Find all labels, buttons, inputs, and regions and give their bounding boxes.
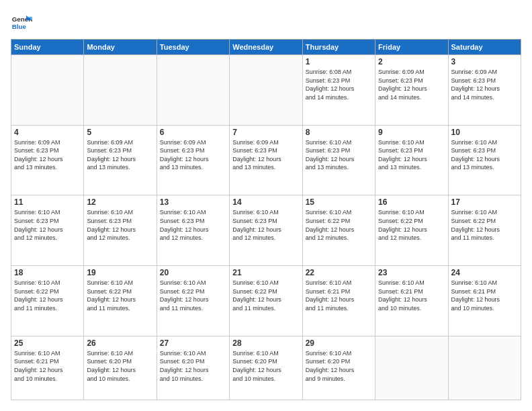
calendar-cell [230,55,302,126]
day-number: 14 [232,197,299,207]
day-info: Sunrise: 6:10 AMSunset: 6:21 PMDaylight:… [306,279,372,312]
calendar-cell: 27Sunrise: 6:10 AMSunset: 6:20 PMDayligh… [157,336,229,400]
day-number: 3 [451,57,518,66]
logo: General Blue [11,11,32,32]
calendar-cell: 16Sunrise: 6:10 AMSunset: 6:22 PMDayligh… [375,195,448,266]
day-number: 20 [160,268,226,277]
calendar-cell: 29Sunrise: 6:10 AMSunset: 6:20 PMDayligh… [302,336,375,400]
calendar-cell: 18Sunrise: 6:10 AMSunset: 6:22 PMDayligh… [11,266,84,336]
day-info: Sunrise: 6:10 AMSunset: 6:23 PMDaylight:… [160,208,226,242]
day-number: 13 [160,197,226,207]
day-info: Sunrise: 6:10 AMSunset: 6:23 PMDaylight:… [232,208,299,242]
day-number: 6 [160,128,226,137]
day-number: 26 [87,338,153,348]
calendar-week-row: 25Sunrise: 6:10 AMSunset: 6:21 PMDayligh… [11,336,521,400]
calendar-cell: 13Sunrise: 6:10 AMSunset: 6:23 PMDayligh… [157,195,229,266]
day-info: Sunrise: 6:10 AMSunset: 6:22 PMDaylight:… [451,208,518,242]
calendar-cell [375,336,448,400]
day-number: 19 [87,268,153,277]
calendar-week-row: 4Sunrise: 6:09 AMSunset: 6:23 PMDaylight… [11,125,521,195]
day-info: Sunrise: 6:10 AMSunset: 6:23 PMDaylight:… [87,208,153,242]
day-number: 29 [306,338,372,348]
calendar-cell [157,55,229,126]
day-number: 10 [451,128,518,137]
day-number: 11 [14,197,81,207]
page: General Blue SundayMondayTuesdayWednesda… [0,0,532,411]
day-number: 4 [14,128,81,137]
day-info: Sunrise: 6:10 AMSunset: 6:23 PMDaylight:… [306,138,372,172]
calendar-week-row: 1Sunrise: 6:08 AMSunset: 6:23 PMDaylight… [11,55,521,126]
calendar-cell: 11Sunrise: 6:10 AMSunset: 6:23 PMDayligh… [11,195,84,266]
day-info: Sunrise: 6:10 AMSunset: 6:22 PMDaylight:… [87,279,153,312]
weekday-header-saturday: Saturday [448,40,521,55]
day-info: Sunrise: 6:10 AMSunset: 6:22 PMDaylight:… [232,279,299,312]
day-info: Sunrise: 6:10 AMSunset: 6:23 PMDaylight:… [451,138,518,172]
calendar-cell: 21Sunrise: 6:10 AMSunset: 6:22 PMDayligh… [230,266,302,336]
calendar-cell: 15Sunrise: 6:10 AMSunset: 6:22 PMDayligh… [302,195,375,266]
day-number: 27 [160,338,226,348]
day-info: Sunrise: 6:09 AMSunset: 6:23 PMDaylight:… [160,138,226,172]
day-info: Sunrise: 6:10 AMSunset: 6:20 PMDaylight:… [306,349,372,383]
calendar-cell: 4Sunrise: 6:09 AMSunset: 6:23 PMDaylight… [11,125,84,195]
calendar-cell: 2Sunrise: 6:09 AMSunset: 6:23 PMDaylight… [375,55,448,126]
calendar-cell: 28Sunrise: 6:10 AMSunset: 6:20 PMDayligh… [230,336,302,400]
day-number: 7 [232,128,299,137]
calendar-table: SundayMondayTuesdayWednesdayThursdayFrid… [11,39,521,400]
calendar-cell: 5Sunrise: 6:09 AMSunset: 6:23 PMDaylight… [84,125,157,195]
calendar-week-row: 11Sunrise: 6:10 AMSunset: 6:23 PMDayligh… [11,195,521,266]
day-number: 17 [451,197,518,207]
calendar-cell: 17Sunrise: 6:10 AMSunset: 6:22 PMDayligh… [448,195,521,266]
weekday-header-friday: Friday [375,40,448,55]
weekday-header-row: SundayMondayTuesdayWednesdayThursdayFrid… [11,40,521,55]
day-number: 18 [14,268,81,277]
calendar-cell: 14Sunrise: 6:10 AMSunset: 6:23 PMDayligh… [230,195,302,266]
header: General Blue [11,11,521,32]
day-info: Sunrise: 6:10 AMSunset: 6:22 PMDaylight:… [160,279,226,312]
calendar-cell: 12Sunrise: 6:10 AMSunset: 6:23 PMDayligh… [84,195,157,266]
calendar-cell: 20Sunrise: 6:10 AMSunset: 6:22 PMDayligh… [157,266,229,336]
calendar-cell: 26Sunrise: 6:10 AMSunset: 6:20 PMDayligh… [84,336,157,400]
day-number: 16 [378,197,445,207]
day-info: Sunrise: 6:10 AMSunset: 6:22 PMDaylight:… [306,208,372,242]
day-info: Sunrise: 6:10 AMSunset: 6:22 PMDaylight:… [14,279,81,312]
calendar-cell: 19Sunrise: 6:10 AMSunset: 6:22 PMDayligh… [84,266,157,336]
day-info: Sunrise: 6:08 AMSunset: 6:23 PMDaylight:… [306,68,372,101]
calendar-cell: 6Sunrise: 6:09 AMSunset: 6:23 PMDaylight… [157,125,229,195]
day-info: Sunrise: 6:10 AMSunset: 6:20 PMDaylight:… [160,349,226,383]
calendar-cell: 24Sunrise: 6:10 AMSunset: 6:21 PMDayligh… [448,266,521,336]
day-info: Sunrise: 6:10 AMSunset: 6:23 PMDaylight:… [14,208,81,242]
day-number: 8 [306,128,372,137]
day-number: 24 [451,268,518,277]
calendar-cell: 23Sunrise: 6:10 AMSunset: 6:21 PMDayligh… [375,266,448,336]
calendar-cell [84,55,157,126]
day-number: 12 [87,197,153,207]
weekday-header-tuesday: Tuesday [157,40,229,55]
day-number: 15 [306,197,372,207]
logo-icon: General Blue [11,11,32,32]
day-number: 1 [306,57,372,66]
day-info: Sunrise: 6:10 AMSunset: 6:22 PMDaylight:… [378,208,445,242]
day-number: 28 [232,338,299,348]
calendar-cell: 22Sunrise: 6:10 AMSunset: 6:21 PMDayligh… [302,266,375,336]
day-number: 9 [378,128,445,137]
day-info: Sunrise: 6:09 AMSunset: 6:23 PMDaylight:… [378,68,445,101]
weekday-header-thursday: Thursday [302,40,375,55]
day-info: Sunrise: 6:09 AMSunset: 6:23 PMDaylight:… [232,138,299,172]
svg-text:Blue: Blue [12,23,27,30]
day-number: 22 [306,268,372,277]
day-number: 23 [378,268,445,277]
day-number: 5 [87,128,153,137]
day-info: Sunrise: 6:09 AMSunset: 6:23 PMDaylight:… [14,138,81,172]
day-number: 25 [14,338,81,348]
day-info: Sunrise: 6:09 AMSunset: 6:23 PMDaylight:… [451,68,518,101]
day-number: 2 [378,57,445,66]
day-info: Sunrise: 6:10 AMSunset: 6:20 PMDaylight:… [232,349,299,383]
day-info: Sunrise: 6:10 AMSunset: 6:23 PMDaylight:… [378,138,445,172]
calendar-week-row: 18Sunrise: 6:10 AMSunset: 6:22 PMDayligh… [11,266,521,336]
weekday-header-sunday: Sunday [11,40,84,55]
calendar-cell: 25Sunrise: 6:10 AMSunset: 6:21 PMDayligh… [11,336,84,400]
weekday-header-wednesday: Wednesday [230,40,302,55]
calendar-cell: 10Sunrise: 6:10 AMSunset: 6:23 PMDayligh… [448,125,521,195]
day-info: Sunrise: 6:09 AMSunset: 6:23 PMDaylight:… [87,138,153,172]
day-info: Sunrise: 6:10 AMSunset: 6:20 PMDaylight:… [87,349,153,383]
